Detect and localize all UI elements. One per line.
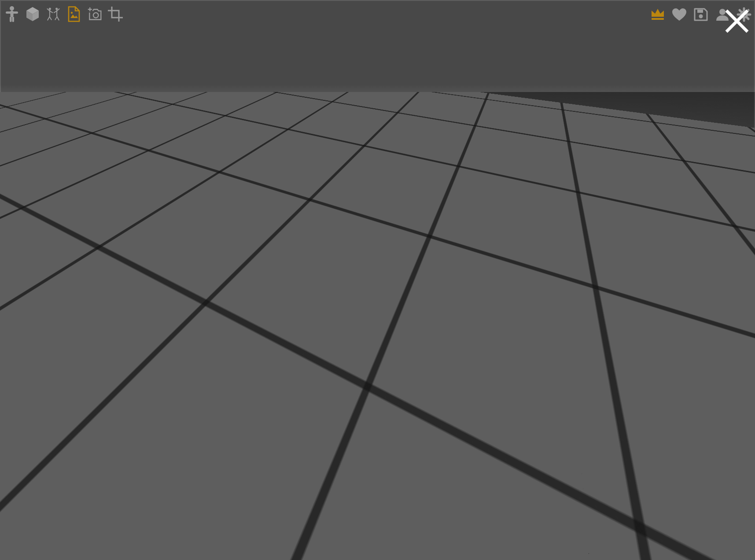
redo-icon[interactable] — [27, 523, 40, 534]
history-toolbar — [4, 523, 40, 534]
height-input[interactable] — [195, 529, 235, 540]
width-field-label: Width — [199, 503, 214, 508]
height-field-label: Height — [199, 524, 216, 529]
depth-slider[interactable] — [344, 534, 390, 541]
width-input[interactable] — [195, 508, 235, 519]
cube-icon[interactable] — [25, 6, 40, 22]
undo-icon[interactable] — [4, 523, 18, 534]
frame-guide-left[interactable] — [138, 213, 144, 377]
panel-close-button[interactable]: ✕ — [600, 498, 610, 509]
depth-control: Depth — [319, 529, 393, 545]
main-toolbar — [4, 6, 123, 22]
move-cursor-icon[interactable] — [356, 288, 377, 309]
app-window: Width Height Export Depth Preview Depth … — [0, 0, 755, 560]
export-openpose-without-hands-button[interactable]: Export OpenPose without hands — [477, 505, 562, 522]
edge-corner-icon — [250, 533, 260, 542]
pose-figure-icon — [486, 532, 497, 543]
save-icon[interactable] — [693, 6, 708, 23]
image-file-icon[interactable] — [66, 6, 81, 22]
panel-minimize-button[interactable]: – — [590, 497, 597, 508]
camera-icon — [407, 509, 417, 519]
t-pose-figure-icon[interactable] — [23, 541, 37, 556]
frame-guide-bottom[interactable] — [254, 467, 482, 474]
export-depth-button[interactable]: Export Depth — [243, 505, 315, 522]
frame-guide-right[interactable] — [589, 213, 595, 377]
pose-toolbar — [1, 539, 39, 558]
export-normal-button[interactable]: Export Normal — [398, 529, 473, 545]
layers-icon — [250, 509, 261, 519]
preview-depth-button[interactable]: Preview Depth (toggle) — [319, 505, 393, 522]
close-icon[interactable] — [724, 8, 750, 34]
layers-outline-icon — [328, 509, 338, 519]
camera-add-icon[interactable] — [87, 6, 102, 22]
export-openpose-with-hands-button[interactable]: Export OpenPose with hands — [477, 529, 562, 545]
height-field-group: Height — [195, 524, 239, 542]
crown-icon[interactable] — [650, 6, 665, 23]
export-panel: Width Height Export Depth Preview Depth … — [143, 497, 615, 555]
depth-slider-thumb[interactable] — [359, 534, 365, 541]
poses-icon[interactable] — [46, 6, 61, 22]
figure-icon[interactable] — [4, 6, 19, 22]
heart-icon[interactable] — [672, 6, 687, 23]
depth-slider-thumb[interactable] — [346, 534, 352, 541]
pose-figure-icon — [486, 508, 497, 519]
reset-pose-icon[interactable] — [4, 541, 18, 556]
export-image-button[interactable]: Export Image — [398, 505, 473, 522]
frame-guide-top[interactable] — [254, 126, 482, 133]
export-arrow-icon — [405, 532, 415, 543]
width-field-group: Width — [195, 503, 239, 521]
crop-icon[interactable] — [108, 6, 123, 22]
export-canny-button[interactable]: Export Canny — [243, 529, 315, 545]
depth-slider-label: Depth — [319, 534, 338, 542]
